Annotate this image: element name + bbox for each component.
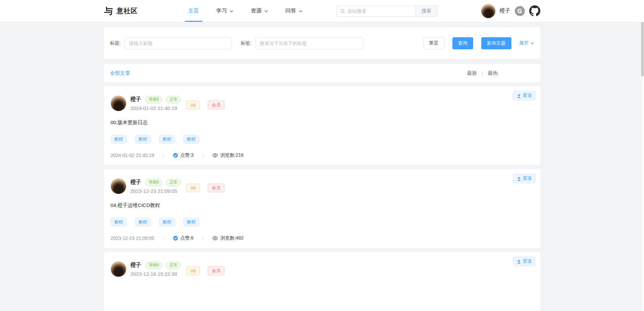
search-input[interactable] — [337, 5, 415, 17]
title-filter-label: 标题: — [110, 40, 121, 46]
publish-topic-button[interactable]: 发布主题 — [481, 37, 511, 49]
author-avatar[interactable] — [111, 261, 126, 277]
views-stat: 浏览数:216 — [212, 152, 243, 158]
footer-divider: | — [202, 153, 204, 158]
footer-date: 2023-12-23 21:09:05 — [111, 236, 154, 241]
chevron-down-icon — [299, 9, 303, 13]
chevron-down-icon — [264, 9, 268, 13]
author-name[interactable]: 橙子 — [131, 179, 141, 186]
eye-icon — [212, 152, 218, 158]
expand-toggle[interactable]: 展开 — [519, 40, 534, 46]
site-search: 搜索 — [337, 5, 438, 17]
level-badge: 等级8 — [145, 262, 162, 269]
post-card: 置顶 橙子 等级8 正常 2023-12-16 15:22:38 V8 会员 — [104, 252, 540, 311]
pin-top-icon — [517, 259, 521, 264]
footer-divider: | — [202, 236, 204, 241]
pin-label: 置顶 — [523, 175, 532, 182]
member-badge: 会员 — [208, 184, 225, 192]
pin-button[interactable]: 置顶 — [513, 257, 536, 266]
gitee-icon[interactable]: G — [515, 6, 525, 16]
post-tag[interactable]: 教程 — [183, 218, 199, 226]
likes-value: 点赞:3 — [180, 152, 194, 158]
post-tag[interactable]: 教程 — [111, 135, 127, 144]
sort-divider: | — [482, 70, 483, 76]
author-name[interactable]: 橙子 — [131, 96, 141, 103]
chevron-down-icon — [530, 41, 534, 45]
post-tag[interactable]: 教程 — [111, 218, 127, 226]
nav-item-learn[interactable]: 学习 — [216, 0, 234, 22]
post-tag[interactable]: 教程 — [135, 218, 151, 226]
title-filter-input[interactable] — [125, 37, 231, 49]
user-name[interactable]: 橙子 — [500, 7, 510, 14]
sort-group: 最新 | 最热 — [467, 70, 498, 76]
footer-date: 2024-01-02 21:40:19 — [111, 153, 154, 158]
vip-badge: V8 — [186, 101, 200, 109]
expand-label: 展开 — [519, 40, 529, 46]
status-badge: 正常 — [166, 179, 181, 186]
post-datetime: 2023-12-16 15:22:38 — [131, 271, 181, 277]
post-tag[interactable]: 教程 — [159, 218, 175, 226]
pin-button[interactable]: 置顶 — [513, 91, 536, 100]
like-check-icon — [173, 153, 178, 158]
navbar: 与 意社区 主页 学习 资源 问答 — [0, 0, 644, 22]
tag-filter-input[interactable] — [255, 37, 363, 49]
author-avatar[interactable] — [111, 178, 126, 194]
chevron-down-icon — [230, 9, 234, 13]
views-value: 浏览数:482 — [220, 235, 243, 241]
member-badge: 会员 — [208, 101, 225, 109]
post-title[interactable]: 00.版本更新日志 — [111, 119, 534, 126]
nav-item-resources[interactable]: 资源 — [251, 0, 268, 22]
vip-badge: V8 — [186, 266, 200, 275]
search-icon — [340, 8, 345, 14]
post-tag[interactable]: 教程 — [135, 135, 151, 144]
sort-newest[interactable]: 最新 — [467, 70, 477, 76]
filter-bar: 标题: 标签: 重置 查询 发布主题 展开 — [104, 27, 540, 59]
reset-button[interactable]: 重置 — [424, 37, 444, 49]
post-card: 置顶 橙子 等级8 正常 2023-12-23 21:09:05 V8 会员 0… — [104, 169, 540, 248]
brand-title: 意社区 — [117, 6, 138, 15]
footer-divider: | — [163, 236, 164, 241]
footer-divider: | — [163, 153, 164, 158]
sort-hottest[interactable]: 最热 — [488, 70, 498, 76]
post-tag[interactable]: 教程 — [183, 135, 199, 144]
nav-item-home[interactable]: 主页 — [188, 0, 199, 22]
likes-stat: 点赞:6 — [173, 235, 194, 241]
pin-label: 置顶 — [523, 93, 532, 99]
status-badge: 正常 — [166, 262, 181, 269]
brand-logo-icon: 与 — [104, 6, 113, 16]
search-button[interactable]: 搜索 — [415, 5, 438, 17]
member-badge: 会员 — [208, 266, 225, 275]
author-name[interactable]: 橙子 — [131, 262, 141, 269]
scrollbar-thumb[interactable] — [641, 19, 644, 76]
main-nav: 主页 学习 资源 问答 — [188, 0, 303, 22]
nav-item-learn-label: 学习 — [216, 7, 227, 14]
post-tag[interactable]: 教程 — [159, 135, 175, 144]
eye-icon — [212, 235, 218, 241]
status-badge: 正常 — [166, 96, 181, 103]
author-avatar[interactable] — [111, 96, 126, 111]
pin-top-icon — [517, 94, 521, 98]
post-title[interactable]: 04.橙子运维CICD教程 — [111, 202, 534, 209]
article-list-header: 全部文章 最新 | 最热 — [104, 64, 540, 82]
pin-top-icon — [517, 176, 521, 181]
pin-button[interactable]: 置顶 — [513, 174, 536, 183]
tab-all-articles[interactable]: 全部文章 — [110, 70, 130, 76]
likes-stat: 点赞:3 — [173, 152, 194, 158]
post-datetime: 2023-12-23 21:09:05 — [131, 188, 181, 194]
level-badge: 等级8 — [145, 179, 162, 186]
vip-badge: V8 — [186, 184, 200, 192]
github-icon[interactable] — [529, 5, 540, 16]
nav-item-qa[interactable]: 问答 — [286, 0, 303, 22]
post-datetime: 2024-01-02 21:40:19 — [131, 105, 181, 111]
pin-label: 置顶 — [523, 258, 532, 264]
user-cluster: 橙子 G — [481, 4, 540, 18]
query-button[interactable]: 查询 — [452, 37, 473, 49]
brand[interactable]: 与 意社区 — [104, 6, 138, 16]
nav-item-qa-label: 问答 — [286, 7, 296, 14]
like-check-icon — [173, 236, 178, 241]
nav-item-home-label: 主页 — [188, 7, 199, 14]
user-avatar[interactable] — [481, 4, 495, 18]
scrollbar[interactable] — [641, 0, 644, 311]
tag-filter-label: 标签: — [241, 40, 251, 46]
nav-item-resources-label: 资源 — [251, 7, 262, 14]
